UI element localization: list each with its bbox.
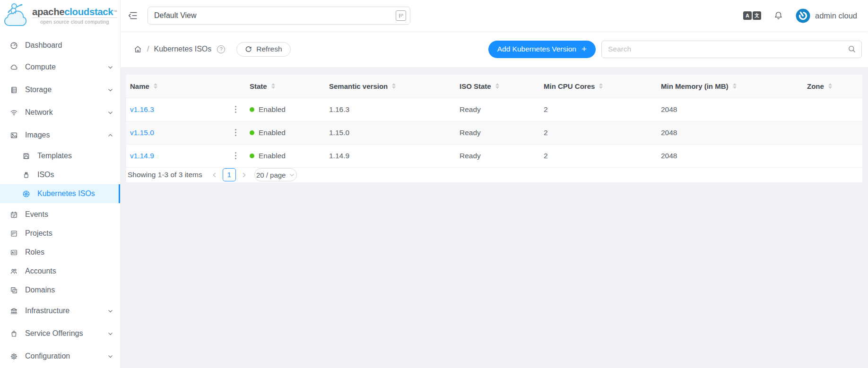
- wifi-icon: [10, 109, 18, 117]
- status-dot-enabled: [250, 130, 254, 135]
- sidebar-item-label: Infrastructure: [25, 307, 69, 315]
- page-size-select[interactable]: 20 / page: [254, 168, 297, 181]
- min-cpu-value: 2: [540, 98, 657, 121]
- row-actions-button[interactable]: [232, 104, 239, 115]
- breadcrumb-separator: /: [147, 45, 149, 53]
- power-avatar-icon: [796, 9, 810, 23]
- chevron-down-icon: [108, 308, 113, 314]
- status-dot-enabled: [250, 154, 254, 158]
- sidebar-item-accounts[interactable]: Accounts: [0, 262, 120, 281]
- pagination-summary: Showing 1-3 of 3 items: [128, 171, 202, 179]
- sort-icon: [271, 83, 275, 89]
- sidebar-item-label: Kubernetes ISOs: [37, 189, 95, 198]
- sidebar-item-storage[interactable]: Storage: [0, 78, 120, 101]
- pagination-page-1[interactable]: 1: [223, 168, 236, 181]
- search-icon[interactable]: [848, 45, 856, 53]
- calendar-check-icon: [10, 211, 18, 219]
- picture-icon: [10, 131, 18, 139]
- help-icon[interactable]: ?: [217, 45, 225, 53]
- refresh-button[interactable]: Refresh: [236, 42, 290, 57]
- page-header: / Kubernetes ISOs ? Refresh Add Kubernet…: [121, 31, 868, 67]
- sidebar-item-templates[interactable]: Templates: [0, 146, 120, 165]
- home-icon[interactable]: [133, 45, 142, 54]
- sidebar-item-infrastructure[interactable]: Infrastructure: [0, 300, 120, 322]
- min-memory-value: 2048: [657, 121, 803, 144]
- sidebar-item-projects[interactable]: Projects: [0, 224, 120, 243]
- search-box: [601, 41, 862, 58]
- chevron-down-icon: [289, 172, 295, 178]
- sidebar-item-label: Roles: [25, 248, 44, 257]
- topbar: A 文 admin cloud: [121, 0, 868, 31]
- search-input[interactable]: [601, 41, 862, 58]
- idcard-icon: [10, 248, 18, 257]
- cloud-icon: [10, 63, 18, 71]
- kubernetes-isos-table-card: Name State Semantic version ISO State Mi…: [126, 75, 862, 182]
- kubernetes-icon: [22, 190, 30, 198]
- column-header-name[interactable]: Name: [126, 75, 246, 98]
- brand-wordmark: apachecloudstack™: [32, 6, 117, 17]
- sidebar-item-label: ISOs: [37, 171, 54, 179]
- translate-icon[interactable]: A 文: [743, 11, 761, 20]
- sidebar-item-configuration[interactable]: Configuration: [0, 345, 120, 368]
- view-selector-input[interactable]: [148, 7, 410, 25]
- user-name[interactable]: admin cloud: [815, 11, 857, 20]
- cloudstack-logo[interactable]: apachecloudstack™ open source cloud comp…: [0, 0, 120, 31]
- chevron-up-icon: [108, 133, 113, 138]
- sidebar-item-images[interactable]: Images: [0, 124, 120, 146]
- sidebar-item-kubernetes-isos[interactable]: Kubernetes ISOs: [0, 184, 120, 203]
- sidebar-item-isos[interactable]: ISOs: [0, 165, 120, 184]
- sidebar-item-service-offerings[interactable]: Service Offerings: [0, 322, 120, 345]
- sidebar-item-compute[interactable]: Compute: [0, 56, 120, 78]
- semantic-version-value: 1.14.9: [325, 144, 456, 167]
- sidebar-item-events[interactable]: Events: [0, 205, 120, 224]
- sidebar-item-domains[interactable]: Domains: [0, 281, 120, 300]
- version-link[interactable]: v1.16.3: [130, 105, 154, 114]
- sidebar-item-label: Domains: [25, 286, 55, 294]
- column-header-semantic-version[interactable]: Semantic version: [325, 75, 456, 98]
- sidebar-item-label: Templates: [37, 152, 72, 160]
- column-header-state[interactable]: State: [246, 75, 325, 98]
- block-icon: [10, 286, 18, 294]
- version-link[interactable]: v1.14.9: [130, 152, 154, 160]
- cloudstack-monkey-cloud-logo: [3, 2, 29, 29]
- min-memory-value: 2048: [657, 144, 803, 167]
- chevron-right-icon[interactable]: [242, 172, 247, 178]
- team-icon: [10, 267, 18, 275]
- project-icon[interactable]: [396, 10, 406, 21]
- min-cpu-value: 2: [540, 144, 657, 167]
- chevron-down-icon: [108, 331, 113, 336]
- row-actions-button[interactable]: [232, 127, 239, 138]
- sidebar-item-roles[interactable]: Roles: [0, 243, 120, 262]
- zone-value: [803, 98, 862, 121]
- menu-fold-icon[interactable]: [127, 9, 139, 22]
- sidebar-item-dashboard[interactable]: Dashboard: [0, 35, 120, 56]
- user-menu[interactable]: admin cloud: [796, 9, 857, 23]
- sort-icon: [733, 83, 737, 89]
- zone-value: [803, 144, 862, 167]
- table-row: v1.15.0 Enabled 1.15.0 Ready 2 2048: [126, 121, 862, 144]
- column-header-min-memory[interactable]: Min Memory (in MB): [657, 75, 803, 98]
- version-link[interactable]: v1.15.0: [130, 128, 154, 137]
- sort-icon: [495, 83, 499, 89]
- column-header-zone[interactable]: Zone: [803, 75, 862, 98]
- sidebar-item-label: Events: [25, 210, 48, 219]
- plus-icon: +: [582, 44, 587, 53]
- sort-icon: [599, 83, 603, 89]
- chevron-down-icon: [108, 110, 113, 115]
- add-kubernetes-version-button[interactable]: Add Kubernetes Version +: [488, 41, 596, 58]
- sort-icon: [828, 83, 832, 89]
- bell-icon[interactable]: [773, 11, 783, 21]
- usb-icon: [22, 171, 30, 179]
- min-memory-value: 2048: [657, 98, 803, 121]
- sidebar-item-label: Images: [25, 131, 50, 139]
- state-value: Enabled: [259, 128, 286, 137]
- bank-icon: [10, 307, 18, 315]
- sidebar-item-network[interactable]: Network: [0, 101, 120, 124]
- column-header-min-cpu-cores[interactable]: Min CPU Cores: [540, 75, 657, 98]
- row-actions-button[interactable]: [232, 150, 239, 161]
- chevron-left-icon[interactable]: [212, 172, 217, 178]
- shopping-icon: [10, 330, 18, 338]
- column-header-iso-state[interactable]: ISO State: [456, 75, 540, 98]
- sort-icon: [154, 83, 157, 89]
- kubernetes-isos-table: Name State Semantic version ISO State Mi…: [126, 75, 862, 168]
